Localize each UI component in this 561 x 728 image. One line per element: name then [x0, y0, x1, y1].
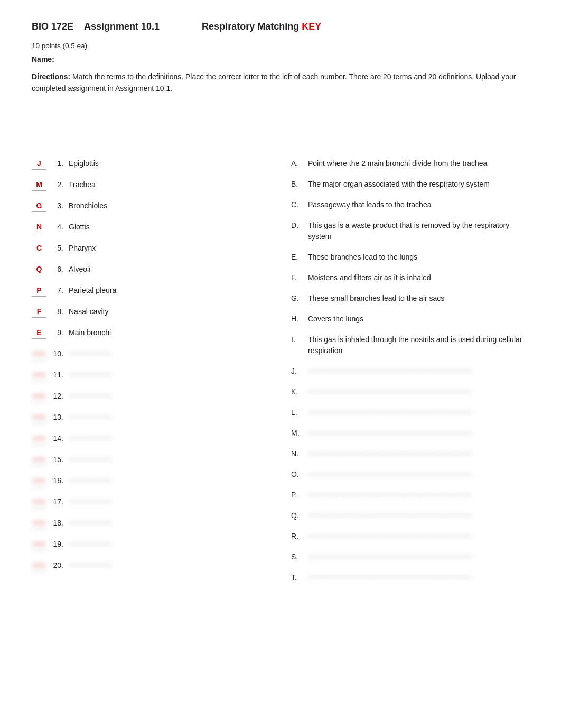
answer-letter-7: P	[32, 285, 46, 297]
item-number-10: 10.	[51, 348, 63, 360]
term-row-14: ~~~14.~~~~~~~~~~	[32, 433, 270, 445]
def-letter-6: F.	[291, 272, 304, 283]
directions-bold: Directions:	[32, 72, 70, 81]
term-row-20: ~~~20.~~~~~~~~~~	[32, 560, 270, 572]
def-text-2: The major organ associated with the resp…	[308, 179, 529, 190]
def-text-6: Moistens and filters air as it is inhale…	[308, 272, 529, 283]
def-text-16: ~~~~~~~~~~~~~~~~~~~~~~~~~~~~~~~~~~~~~~	[308, 490, 529, 501]
answer-letter-17: ~~~	[32, 496, 46, 508]
item-number-7: 7.	[51, 285, 63, 296]
def-letter-7: G.	[291, 293, 304, 304]
item-term-4: Glottis	[69, 222, 132, 233]
item-term-18: ~~~~~~~~~~	[69, 518, 132, 529]
item-term-2: Trachea	[69, 179, 132, 190]
item-number-13: 13.	[51, 412, 63, 423]
item-term-5: Pharynx	[69, 243, 132, 254]
definition-row-8: H.Covers the lungs	[291, 314, 529, 325]
item-number-16: 16.	[51, 475, 63, 486]
item-term-3: Bronchioles	[69, 200, 132, 211]
item-number-2: 2.	[51, 179, 63, 190]
directions-text: Directions: Match the terms to the defin…	[32, 71, 529, 95]
item-number-20: 20.	[51, 560, 63, 571]
item-number-4: 4.	[51, 222, 63, 233]
def-text-7: These small branches lead to the air sac…	[308, 293, 529, 304]
def-text-9: This gas is inhaled through the nostrils…	[308, 334, 529, 356]
def-letter-14: N.	[291, 448, 304, 459]
term-row-5: C5.Pharynx	[32, 243, 270, 254]
item-number-17: 17.	[51, 496, 63, 508]
term-row-6: Q6.Alveoli	[32, 264, 270, 275]
key-label: KEY	[302, 21, 321, 32]
term-row-18: ~~~18.~~~~~~~~~~	[32, 518, 270, 529]
term-row-1: J1.Epiglottis	[32, 158, 270, 170]
def-text-20: ~~~~~~~~~~~~~~~~~~~~~~~~~~~~~~~~~~~~~~	[308, 572, 529, 583]
item-term-1: Epiglottis	[69, 158, 132, 169]
definition-row-10: J.~~~~~~~~~~~~~~~~~~~~~~~~~~~~~~~~~~~~~~	[291, 366, 529, 377]
def-text-18: ~~~~~~~~~~~~~~~~~~~~~~~~~~~~~~~~~~~~~~	[308, 531, 529, 542]
item-number-12: 12.	[51, 391, 63, 402]
item-term-14: ~~~~~~~~~~	[69, 433, 132, 444]
answer-letter-15: ~~~	[32, 454, 46, 466]
item-number-6: 6.	[51, 264, 63, 275]
item-number-8: 8.	[51, 306, 63, 317]
def-text-15: ~~~~~~~~~~~~~~~~~~~~~~~~~~~~~~~~~~~~~~	[308, 469, 529, 480]
answer-letter-13: ~~~	[32, 412, 46, 423]
definition-row-17: Q.~~~~~~~~~~~~~~~~~~~~~~~~~~~~~~~~~~~~~~	[291, 510, 529, 521]
item-number-15: 15.	[51, 454, 63, 465]
item-term-19: ~~~~~~~~~~	[69, 539, 132, 550]
def-letter-4: D.	[291, 220, 304, 231]
def-letter-10: J.	[291, 366, 304, 377]
item-number-19: 19.	[51, 539, 63, 550]
item-term-16: ~~~~~~~~~~	[69, 475, 132, 486]
item-term-13: ~~~~~~~~~~	[69, 412, 132, 423]
item-term-7: Parietal pleura	[69, 285, 132, 296]
answer-letter-9: E	[32, 327, 46, 339]
definition-row-20: T.~~~~~~~~~~~~~~~~~~~~~~~~~~~~~~~~~~~~~~	[291, 572, 529, 583]
matching-grid: J1.EpiglottisM2.TracheaG3.BronchiolesN4.…	[32, 158, 529, 593]
def-text-3: Passageway that leads to the trachea	[308, 199, 529, 210]
name-label: Name:	[32, 55, 529, 63]
term-row-2: M2.Trachea	[32, 179, 270, 191]
item-term-12: ~~~~~~~~~~	[69, 391, 132, 402]
term-row-8: F8.Nasal cavity	[32, 306, 270, 318]
def-letter-1: A.	[291, 158, 304, 169]
answer-letter-1: J	[32, 158, 46, 170]
answer-letter-14: ~~~	[32, 433, 46, 445]
answer-letter-3: G	[32, 200, 46, 212]
assignment-title: Assignment 10.1	[84, 21, 160, 32]
term-row-9: E9.Main bronchi	[32, 327, 270, 339]
answer-letter-11: ~~~	[32, 370, 46, 381]
definition-row-18: R.~~~~~~~~~~~~~~~~~~~~~~~~~~~~~~~~~~~~~~	[291, 531, 529, 542]
title-text: Respiratory Matching	[202, 21, 302, 32]
def-letter-19: S.	[291, 551, 304, 563]
term-row-19: ~~~19.~~~~~~~~~~	[32, 539, 270, 550]
directions-body: Match the terms to the definitions. Plac…	[32, 72, 516, 93]
def-letter-18: R.	[291, 531, 304, 542]
def-letter-5: E.	[291, 252, 304, 263]
item-term-8: Nasal cavity	[69, 306, 132, 317]
answer-letter-19: ~~~	[32, 539, 46, 550]
definition-row-12: L.~~~~~~~~~~~~~~~~~~~~~~~~~~~~~~~~~~~~~~	[291, 407, 529, 418]
item-number-14: 14.	[51, 433, 63, 444]
definition-row-13: M.~~~~~~~~~~~~~~~~~~~~~~~~~~~~~~~~~~~~~~	[291, 428, 529, 439]
def-letter-11: K.	[291, 386, 304, 398]
term-row-12: ~~~12.~~~~~~~~~~	[32, 391, 270, 402]
def-letter-2: B.	[291, 179, 304, 190]
def-letter-9: I.	[291, 334, 304, 345]
definition-row-14: N.~~~~~~~~~~~~~~~~~~~~~~~~~~~~~~~~~~~~~~	[291, 448, 529, 459]
def-text-4: This gas is a waste product that is remo…	[308, 220, 529, 242]
definition-row-16: P.~~~~~~~~~~~~~~~~~~~~~~~~~~~~~~~~~~~~~~	[291, 490, 529, 501]
items-column: J1.EpiglottisM2.TracheaG3.BronchiolesN4.…	[32, 158, 270, 593]
item-number-11: 11.	[51, 370, 63, 381]
definition-row-3: C.Passageway that leads to the trachea	[291, 199, 529, 210]
definitions-column: A.Point where the 2 main bronchi divide …	[291, 158, 529, 593]
term-row-17: ~~~17.~~~~~~~~~~	[32, 496, 270, 508]
spacer	[32, 110, 529, 153]
worksheet-title: Respiratory Matching KEY	[202, 21, 321, 32]
item-term-11: ~~~~~~~~~~	[69, 370, 132, 381]
definition-row-6: F.Moistens and filters air as it is inha…	[291, 272, 529, 283]
answer-letter-6: Q	[32, 264, 46, 275]
term-row-10: ~~~10.~~~~~~~~~~	[32, 348, 270, 360]
item-term-15: ~~~~~~~~~~	[69, 454, 132, 465]
term-row-7: P7.Parietal pleura	[32, 285, 270, 297]
